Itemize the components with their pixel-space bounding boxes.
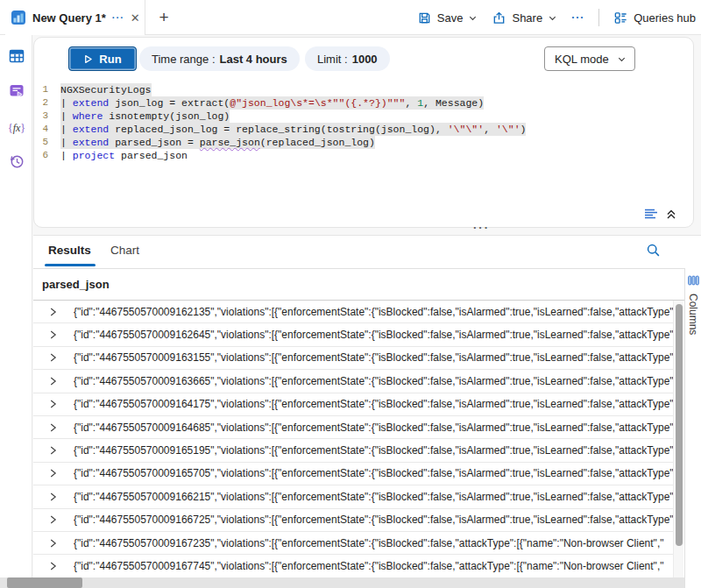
chevron-down-icon bbox=[468, 13, 478, 23]
row-json-text: {"id":"4467550570009166215","violations"… bbox=[74, 491, 673, 503]
expand-chevron-icon[interactable] bbox=[49, 399, 60, 409]
results-layout-icon[interactable] bbox=[644, 208, 658, 220]
expand-chevron-icon[interactable] bbox=[49, 352, 60, 363]
query-history-icon[interactable] bbox=[6, 151, 27, 172]
table-row[interactable]: {"id":"4467550570009166215","violations"… bbox=[33, 485, 673, 508]
code-text: | where isnotempty(json_log) bbox=[60, 110, 230, 123]
columns-panel-toggle[interactable]: Columns bbox=[684, 268, 701, 588]
divider bbox=[598, 9, 599, 26]
expand-chevron-icon[interactable] bbox=[49, 307, 60, 317]
code-line[interactable]: 4| extend replaced_json_log = replace_st… bbox=[34, 123, 684, 136]
code-line[interactable]: 6| project parsed_json bbox=[34, 149, 684, 162]
row-json-text: {"id":"4467550570009165195","violations"… bbox=[74, 444, 673, 457]
adx-query-icon bbox=[11, 10, 26, 25]
row-json-text: {"id":"4467550570009163155","violations"… bbox=[74, 351, 673, 364]
line-number: 4 bbox=[34, 123, 60, 136]
code-lines: 1NGXSecurityLogs2| extend json_log = ext… bbox=[34, 83, 684, 162]
queries-hub-button[interactable]: Queries hub bbox=[613, 11, 696, 25]
code-text: | extend replaced_json_log = replace_str… bbox=[60, 123, 526, 136]
time-range-value: Last 4 hours bbox=[220, 53, 287, 66]
time-range-picker[interactable]: Time range : Last 4 hours bbox=[139, 46, 300, 71]
tab-close-icon[interactable]: ✕ bbox=[131, 12, 140, 24]
tab-title: New Query 1* bbox=[32, 11, 106, 25]
save-icon bbox=[417, 11, 432, 25]
table-row[interactable]: {"id":"4467550570009163155","violations"… bbox=[33, 347, 673, 370]
table-row[interactable]: {"id":"4467550570009165705","violations"… bbox=[33, 463, 673, 485]
code-text: NGXSecurityLogs bbox=[60, 83, 152, 96]
horizontal-scrollbar[interactable] bbox=[0, 577, 684, 588]
row-json-text: {"id":"4467550570009162135","violations"… bbox=[74, 306, 673, 318]
run-button[interactable]: Run bbox=[68, 46, 137, 71]
limit-picker[interactable]: Limit : 1000 bbox=[305, 46, 390, 71]
splitter-handle[interactable]: ··· bbox=[473, 221, 490, 234]
tab-results[interactable]: Results bbox=[48, 244, 91, 257]
save-label: Save bbox=[437, 11, 464, 25]
tab-bar: New Query 1* ··· ✕ + Save Share bbox=[0, 0, 701, 35]
line-number: 2 bbox=[34, 96, 60, 110]
table-row[interactable]: {"id":"4467550570009164175","violations"… bbox=[33, 393, 673, 416]
limit-label: Limit : bbox=[317, 53, 348, 66]
expand-chevron-icon[interactable] bbox=[49, 561, 60, 571]
vertical-scrollbar-thumb[interactable] bbox=[676, 304, 683, 546]
table-row[interactable]: {"id":"4467550570009164685","violations"… bbox=[33, 416, 673, 439]
expand-chevron-icon[interactable] bbox=[49, 538, 60, 549]
row-json-text: {"id":"4467550570009167745","violations"… bbox=[74, 560, 673, 572]
column-header-row[interactable]: parsed_json bbox=[33, 269, 684, 301]
expand-chevron-icon[interactable] bbox=[49, 376, 60, 386]
editor-bottom-icons bbox=[644, 208, 677, 220]
row-json-text: {"id":"4467550570009164175","violations"… bbox=[74, 398, 673, 410]
connections-table-icon[interactable] bbox=[6, 46, 27, 67]
line-number: 1 bbox=[34, 83, 60, 96]
left-sidebar: {fx} bbox=[0, 35, 32, 588]
query-editor-card: Run Time range : Last 4 hours Limit : 10… bbox=[33, 37, 694, 228]
code-line[interactable]: 5| extend parsed_json = parse_json(repla… bbox=[34, 136, 684, 149]
app-window: New Query 1* ··· ✕ + Save Share bbox=[0, 0, 701, 588]
expand-chevron-icon[interactable] bbox=[49, 329, 60, 340]
chevron-down-icon bbox=[548, 13, 557, 23]
table-row[interactable]: {"id":"4467550570009162135","violations"… bbox=[33, 301, 673, 323]
topbar-actions: Save Share ··· Queries hub bbox=[417, 0, 696, 35]
expand-chevron-icon[interactable] bbox=[49, 514, 60, 525]
active-tab-underline bbox=[45, 264, 96, 266]
share-button[interactable]: Share bbox=[492, 11, 557, 25]
vertical-scrollbar[interactable] bbox=[673, 301, 683, 578]
code-editor[interactable]: 1NGXSecurityLogs2| extend json_log = ext… bbox=[34, 83, 684, 162]
new-tab-button[interactable]: + bbox=[154, 8, 173, 27]
code-line[interactable]: 3| where isnotempty(json_log) bbox=[34, 110, 684, 123]
play-icon bbox=[83, 54, 93, 64]
table-row[interactable]: {"id":"4467550570009162645","violations"… bbox=[33, 323, 673, 346]
code-line[interactable]: 2| extend json_log = extract(@"json_log\… bbox=[34, 96, 684, 110]
share-label: Share bbox=[512, 11, 542, 25]
chevron-down-icon bbox=[617, 54, 627, 64]
horizontal-scrollbar-thumb[interactable] bbox=[7, 577, 82, 588]
table-row[interactable]: {"id":"4467550570009163665","violations"… bbox=[33, 370, 673, 393]
code-text: | extend json_log = extract(@"json_log\s… bbox=[60, 96, 484, 110]
columns-panel-label: Columns bbox=[687, 294, 699, 335]
code-line[interactable]: 1NGXSecurityLogs bbox=[34, 83, 684, 96]
table-row[interactable]: {"id":"4467550570009165195","violations"… bbox=[33, 439, 673, 462]
kql-mode-select[interactable]: KQL mode bbox=[544, 46, 635, 71]
row-json-text: {"id":"4467550570009166725","violations"… bbox=[74, 514, 673, 526]
save-button[interactable]: Save bbox=[417, 11, 478, 25]
table-row[interactable]: {"id":"4467550570009166725","violations"… bbox=[33, 509, 673, 532]
row-json-text: {"id":"4467550570009162645","violations"… bbox=[74, 329, 673, 341]
table-row[interactable]: {"id":"4467550570009167745","violations"… bbox=[33, 555, 673, 577]
query-tab[interactable]: New Query 1* ··· ✕ bbox=[5, 0, 145, 35]
expand-chevron-icon[interactable] bbox=[49, 445, 60, 456]
column-header-label: parsed_json bbox=[42, 278, 110, 291]
collapse-editor-icon[interactable] bbox=[665, 208, 677, 220]
expand-chevron-icon[interactable] bbox=[49, 468, 60, 478]
kql-mode-value: KQL mode bbox=[555, 53, 609, 66]
saved-queries-icon[interactable] bbox=[6, 81, 27, 102]
expand-chevron-icon[interactable] bbox=[49, 422, 60, 433]
expand-chevron-icon[interactable] bbox=[49, 492, 60, 502]
tab-chart[interactable]: Chart bbox=[110, 244, 139, 257]
results-panel: Results Chart parsed_json {"id":"4467550… bbox=[33, 235, 701, 588]
tab-more-icon[interactable]: ··· bbox=[112, 12, 124, 23]
more-actions-button[interactable]: ··· bbox=[571, 11, 584, 24]
table-row[interactable]: {"id":"4467550570009167235","violations"… bbox=[33, 532, 673, 555]
columns-icon bbox=[688, 275, 699, 286]
queries-hub-label: Queries hub bbox=[634, 11, 696, 25]
functions-icon[interactable]: {fx} bbox=[6, 117, 27, 138]
search-icon[interactable] bbox=[646, 243, 661, 258]
